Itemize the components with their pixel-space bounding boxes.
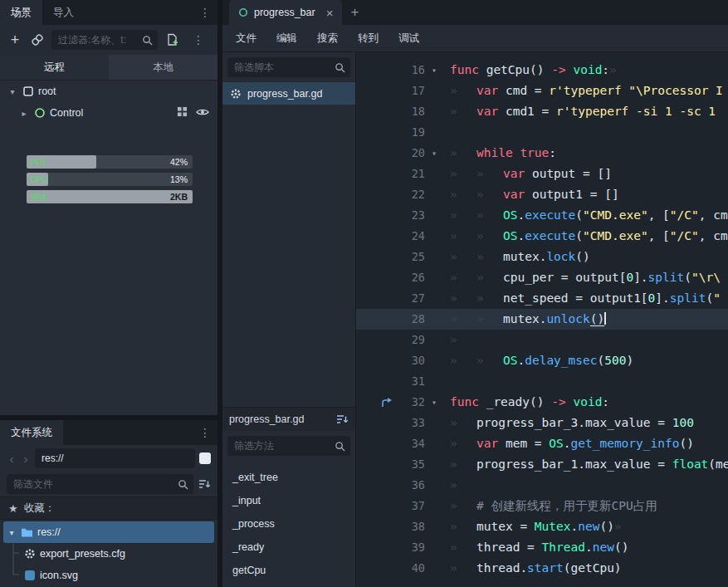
eye-button[interactable] [196,106,211,120]
new-tab-button[interactable]: + [342,0,367,25]
filesystem-item[interactable]: export_presets.cfg [3,543,214,565]
method-item[interactable]: getCpu [222,559,355,582]
history-forward-icon[interactable]: › [21,452,31,466]
code-line[interactable]: 37»# 创建新线程，用于更新CPU占用 [356,496,728,516]
menu-item-1[interactable]: 编辑 [276,32,297,46]
sort-methods-icon[interactable] [336,413,349,425]
code-line[interactable]: 33»progress_bar_3.max_value = 100 [356,413,728,433]
code-line[interactable]: 17»var cmd = r'typeperf "\Processor I [356,81,728,101]
token: 0 [626,271,633,284]
code-line[interactable]: 31 [356,371,728,392]
scene-filter-field[interactable] [51,30,158,50]
attach-script-button[interactable] [164,32,180,48]
chevron-down-icon[interactable]: ▾ [7,528,17,537]
method-item[interactable]: _input [222,489,355,512]
sort-files-icon[interactable] [198,478,211,490]
menu-item-3[interactable]: 转到 [358,32,379,46]
script-filter-field[interactable] [227,57,350,77]
code-line[interactable]: 21»»var output = [] [356,164,728,184]
gutter-space [356,184,397,205]
code-line[interactable]: 26»»cpu_per = output[0].split("\r\ [356,267,728,288]
method-filter-input[interactable] [232,439,331,452]
chevron-down-icon[interactable]: ▾ [7,87,18,96]
add-node-button[interactable]: + [7,32,23,48]
code-line[interactable]: 16▾func getCpu() -> void:» [356,60,728,81]
code-text: »thread.start(getCpu) [450,558,728,579]
code-editor[interactable]: 16▾func getCpu() -> void:»17»var cmd = r… [355,52,728,587]
code-line[interactable]: 28»»mutex.unlock() [356,309,728,330]
close-tab-icon[interactable]: × [326,6,334,20]
method-filter-field[interactable] [227,436,350,456]
filesystem-item[interactable]: icon.svg [3,565,214,586]
token: ]. [655,291,669,305]
file-filter-field[interactable] [7,474,193,494]
line-number: 30 [397,350,425,371]
script-tab[interactable]: progress_bar × [229,0,342,25]
filesystem-item[interactable]: ▾res:// [3,521,214,543]
code-line[interactable]: 34»var mem = OS.get_memory_info() [356,433,728,454]
method-item[interactable]: _ready [222,536,355,559]
code-line[interactable]: 38»mutex = Mutex.new()» [356,516,728,537]
gutter-space [356,81,397,101]
method-item[interactable]: _exit_tree [222,466,355,489]
gutter-space [356,288,397,309]
instance-scene-button[interactable] [29,32,46,48]
token: ( [575,208,583,222]
filesystem-nav: ‹ › [0,445,217,472]
view-tab-0[interactable]: 远程 [0,55,109,80]
code-line[interactable]: 39»thread = Thread.new() [356,537,728,558]
dock-tab-1[interactable]: 导入 [42,0,85,25]
token: new [593,541,614,554]
tab-indicator: » [476,184,503,205]
tree-row[interactable]: ▾root [0,81,217,102]
code-line[interactable]: 27»»net_speed = output1[0].split(" [356,288,728,309]
fold-arrow-icon[interactable]: ▾ [425,392,443,413]
script-filter-input[interactable] [232,61,331,74]
script-list-item[interactable]: progress_bar.gd [222,82,355,105]
fold-arrow-icon[interactable]: ▾ [425,143,443,164]
file-filter-input[interactable] [12,477,174,491]
token: get_memory_info [571,437,680,450]
method-item[interactable]: _process [222,512,355,536]
code-line[interactable]: 23»»OS.execute("CMD.exe", ["/C", cm [356,205,728,226]
pin-button[interactable] [177,106,192,120]
chevron-right-icon[interactable]: ▸ [18,109,30,118]
code-line[interactable]: 30»»OS.delay_msec(500) [356,350,728,371]
dock-tab-0[interactable]: 场景 [0,0,42,25]
code-line[interactable]: 32▾func _ready() -> void: [356,392,728,413]
code-line[interactable]: 18»var cmd1 = r'typeperf -si 1 -sc 1 [356,101,728,122]
script-editor: progress_bar × + 文件编辑搜索转到调试 progress_bar… [222,0,728,587]
menu-item-0[interactable]: 文件 [236,32,257,46]
code-line[interactable]: 35»progress_bar_1.max_value = float(me [356,454,728,475]
token: : [549,146,556,159]
code-line[interactable]: 20▾»while true: [356,143,728,164]
token: ( [706,291,713,305]
tab-indicator: » [450,226,476,247]
code-line[interactable]: 25»»mutex.lock() [356,247,728,267]
path-input[interactable] [40,452,190,465]
fold-arrow-icon[interactable]: ▾ [425,60,443,81]
code-line[interactable]: 24»»OS.execute("CMD.exe", ["/C", cm [356,226,728,247]
scene-dock-menu-icon[interactable]: ⋮ [193,0,217,25]
gutter-space [356,413,397,433]
scene-filter-input[interactable] [56,33,139,46]
scene-tree-rows: ▾root▸Control [0,81,217,124]
history-back-icon[interactable]: ‹ [7,452,17,466]
view-tab-1[interactable]: 本地 [109,55,217,80]
eye-icon [196,106,209,118]
menu-item-2[interactable]: 搜索 [317,32,338,46]
tab-filesystem[interactable]: 文件系统 [0,420,63,445]
tree-row[interactable]: ▸Control [0,102,217,124]
code-line[interactable]: 40»thread.start(getCpu) [356,558,728,579]
path-field[interactable] [35,448,195,468]
filesystem-tree: ▾res://export_presets.cfgicon.svg [0,520,217,586]
code-line[interactable]: 19 [356,122,728,143]
scene-toolbar-menu-icon[interactable]: ⋮ [186,33,211,46]
code-line[interactable]: 22»»var output1 = [] [356,184,728,205]
toggle-split-mode-button[interactable] [199,452,211,464]
menu-item-4[interactable]: 调试 [398,32,419,46]
code-line[interactable]: 36» [356,475,728,496]
code-line[interactable]: 29» [356,330,728,350]
filesystem-dock-menu-icon[interactable]: ⋮ [193,420,217,445]
gutter-space [425,81,443,101]
